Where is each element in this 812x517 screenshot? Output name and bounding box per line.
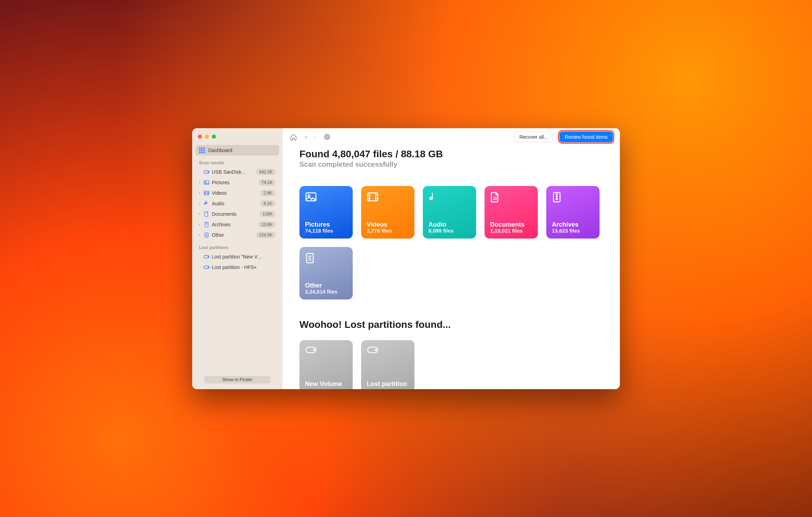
zoom-window-button[interactable] bbox=[212, 135, 216, 139]
category-card-audio[interactable]: Audio 8,099 files bbox=[423, 186, 476, 239]
other-file-icon bbox=[203, 232, 210, 238]
svg-rect-0 bbox=[199, 147, 201, 149]
lost-partitions-title: Woohoo! Lost partitions found... bbox=[299, 319, 603, 330]
sidebar-item-label: Other bbox=[212, 232, 254, 238]
sidebar-item-drive[interactable]: USB SanDisk… 442.2K bbox=[196, 167, 279, 177]
chevron-right-icon[interactable]: › bbox=[198, 223, 201, 226]
sidebar-item-label: Lost partition "New V… bbox=[212, 254, 276, 260]
sidebar-item-other[interactable]: › Other 224.5K bbox=[196, 230, 279, 240]
svg-point-29 bbox=[375, 349, 377, 351]
sidebar-item-label: Audio bbox=[212, 201, 258, 206]
svg-point-24 bbox=[556, 198, 557, 200]
sidebar-section-lost-partitions: Lost partitions bbox=[196, 240, 279, 251]
category-cards-row-2: Other 2,24,514 files bbox=[299, 247, 603, 299]
category-card-videos[interactable]: Videos 2,776 files bbox=[361, 186, 414, 239]
svg-rect-6 bbox=[199, 152, 201, 153]
svg-rect-1 bbox=[201, 147, 203, 149]
svg-point-27 bbox=[313, 349, 315, 351]
other-file-icon bbox=[305, 253, 317, 264]
archive-icon bbox=[552, 192, 564, 204]
spacer bbox=[198, 255, 201, 258]
drive-icon bbox=[203, 254, 210, 259]
nav-arrows: ‹ › bbox=[304, 133, 318, 140]
category-card-archives[interactable]: Archives 13,623 files bbox=[546, 186, 600, 239]
spacer bbox=[198, 266, 201, 269]
sidebar-item-count: 74.1K bbox=[258, 179, 276, 186]
sidebar-section-scan-results: Scan results bbox=[196, 156, 279, 167]
audio-icon bbox=[428, 192, 440, 204]
sidebar-item-archives[interactable]: › Archives 13.6K bbox=[196, 219, 279, 230]
chevron-right-icon[interactable]: › bbox=[198, 233, 201, 237]
page-subtitle: Scan completed successfully bbox=[299, 160, 603, 168]
home-icon[interactable] bbox=[290, 133, 297, 141]
review-found-items-button[interactable]: Review found items bbox=[560, 132, 613, 142]
sidebar-item-label: Archives bbox=[212, 222, 256, 227]
category-card-documents[interactable]: Documents 1,19,021 files bbox=[485, 186, 538, 239]
sidebar-item-count: 8.1K bbox=[260, 200, 276, 207]
card-subtitle: 1,19,021 files bbox=[490, 228, 532, 234]
card-title: Documents bbox=[490, 221, 532, 228]
sidebar-item-count: 119K bbox=[259, 211, 276, 217]
document-icon bbox=[203, 211, 210, 217]
forward-button[interactable]: › bbox=[313, 133, 318, 140]
image-icon bbox=[203, 180, 210, 185]
dashboard-label: Dashboard bbox=[208, 147, 232, 153]
show-in-finder-button[interactable]: Show in Finder bbox=[204, 376, 271, 384]
card-title: Videos bbox=[367, 221, 409, 228]
svg-rect-8 bbox=[203, 152, 205, 153]
chevron-right-icon[interactable]: › bbox=[198, 202, 201, 205]
audio-icon bbox=[203, 201, 210, 206]
sidebar-item-label: USB SanDisk… bbox=[212, 169, 254, 175]
sidebar-item-pictures[interactable]: › Pictures 74.1K bbox=[196, 177, 279, 188]
card-title: Archives bbox=[552, 221, 594, 228]
svg-rect-7 bbox=[201, 152, 203, 153]
sidebar: Dashboard Scan results USB SanDisk… 442.… bbox=[192, 128, 283, 389]
sidebar-item-lost-partition[interactable]: Lost partition "New V… bbox=[196, 251, 279, 262]
sidebar-item-count: 2.8K bbox=[260, 190, 276, 196]
sidebar-item-label: Documents bbox=[212, 211, 257, 217]
back-button[interactable]: ‹ bbox=[304, 133, 309, 140]
svg-point-17 bbox=[208, 256, 209, 257]
minimize-window-button[interactable] bbox=[205, 135, 209, 139]
sidebar-item-label: Pictures bbox=[212, 180, 256, 185]
sidebar-item-lost-partition[interactable]: Lost partition - HFS+ bbox=[196, 262, 279, 273]
dashboard-grid-icon bbox=[199, 147, 205, 153]
recover-all-button[interactable]: Recover all... bbox=[514, 132, 553, 142]
card-title: Other bbox=[305, 282, 347, 289]
drive-icon bbox=[203, 265, 210, 270]
document-icon bbox=[490, 192, 502, 204]
partition-card[interactable]: New Volume bbox=[299, 340, 353, 389]
sidebar-item-label: Lost partition - HFS+ bbox=[212, 264, 276, 270]
image-icon bbox=[305, 192, 317, 204]
category-card-other[interactable]: Other 2,24,514 files bbox=[299, 247, 353, 299]
archive-icon bbox=[203, 222, 210, 227]
partition-card[interactable]: Lost partition bbox=[361, 340, 414, 389]
sidebar-item-videos[interactable]: › Videos 2.8K bbox=[196, 188, 279, 198]
sidebar-item-dashboard[interactable]: Dashboard bbox=[196, 145, 279, 156]
toolbar: ‹ › ✓ Recover all... Review found items bbox=[283, 128, 620, 146]
close-window-button[interactable] bbox=[198, 135, 202, 139]
chevron-right-icon[interactable]: › bbox=[198, 191, 201, 195]
category-card-pictures[interactable]: Pictures 74,118 files bbox=[299, 186, 353, 239]
app-window: Dashboard Scan results USB SanDisk… 442.… bbox=[192, 128, 620, 389]
sidebar-item-count: 442.2K bbox=[256, 169, 276, 175]
chevron-right-icon[interactable]: › bbox=[198, 181, 201, 184]
svg-rect-5 bbox=[203, 150, 205, 151]
drive-icon bbox=[203, 170, 210, 174]
status-check-icon[interactable]: ✓ bbox=[324, 134, 330, 140]
card-title: Pictures bbox=[305, 221, 347, 228]
svg-point-10 bbox=[208, 172, 209, 172]
card-subtitle: 8,099 files bbox=[428, 228, 471, 234]
spacer bbox=[198, 170, 201, 174]
video-icon bbox=[203, 191, 210, 195]
drive-icon bbox=[367, 346, 379, 358]
category-cards: Pictures 74,118 files Videos 2,776 files bbox=[299, 186, 603, 239]
window-controls bbox=[196, 133, 279, 145]
card-subtitle: 13,623 files bbox=[552, 228, 594, 234]
chevron-right-icon[interactable]: › bbox=[198, 212, 201, 216]
card-subtitle: 2,24,514 files bbox=[305, 289, 347, 295]
video-icon bbox=[367, 192, 379, 204]
sidebar-item-audio[interactable]: › Audio 8.1K bbox=[196, 198, 279, 209]
sidebar-item-documents[interactable]: › Documents 119K bbox=[196, 209, 279, 219]
lost-partition-cards: New Volume Lost partition bbox=[299, 340, 603, 389]
